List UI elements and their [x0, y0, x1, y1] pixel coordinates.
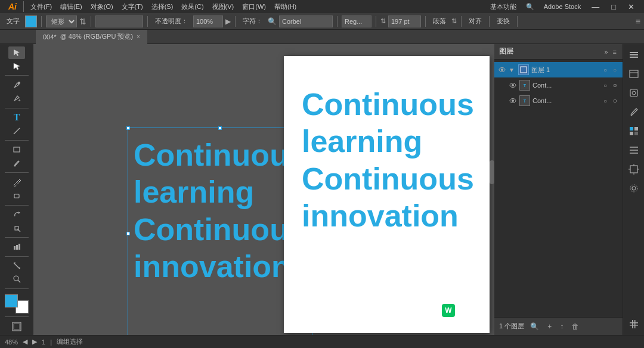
layer-row-main[interactable]: ▼ 图层 1 ○ ○ [494, 62, 623, 77]
minimize-btn[interactable]: — [587, 1, 604, 13]
gray-text-line3: Continuous [134, 211, 306, 248]
layer-expand-icon[interactable]: ▼ [509, 67, 516, 73]
add-anchor-tool[interactable]: + [8, 92, 25, 105]
menu-object[interactable]: 对象(O) [87, 1, 117, 13]
rectangle-tool[interactable] [8, 144, 25, 156]
font-size-up-icon[interactable]: ⇅ [380, 17, 386, 25]
layers-panel-icon[interactable] [626, 46, 642, 63]
paintbrush-tool[interactable] [8, 157, 25, 170]
workspace-selector[interactable]: 基本功能 [487, 1, 520, 13]
artboards-icon[interactable] [626, 161, 642, 178]
settings-icon[interactable] [626, 180, 642, 197]
direct-select-tool[interactable] [8, 60, 25, 73]
grid-icon[interactable] [626, 316, 642, 333]
swatches-icon[interactable] [626, 123, 642, 139]
svg-rect-41 [630, 166, 637, 173]
gray-text-line1: Continuous [134, 136, 306, 173]
handle-tm[interactable] [218, 126, 222, 130]
tab-close-btn[interactable]: × [137, 33, 140, 40]
sublayer1-more-btn[interactable]: ⊙ [611, 81, 619, 89]
layer-lock-btn[interactable]: ○ [611, 66, 619, 74]
fill-color[interactable] [25, 15, 37, 27]
menu-select[interactable]: 选择(S) [148, 1, 177, 13]
search-btn[interactable]: 🔍 [522, 2, 538, 12]
layers-delete-btn[interactable]: 🗑 [569, 321, 581, 332]
sublayer-row-2[interactable]: T Cont... ○ ⊙ [494, 93, 623, 108]
info-separator: | [50, 338, 52, 346]
menu-view[interactable]: 视图(V) [209, 1, 238, 13]
pen-tool[interactable] [8, 79, 25, 91]
menu-edit[interactable]: 编辑(E) [57, 1, 86, 13]
opacity-arrow[interactable]: ▶ [225, 17, 231, 26]
shape-adjust-icon[interactable]: ⇅ [79, 17, 86, 26]
svg-point-16 [14, 276, 18, 281]
close-btn[interactable]: ✕ [623, 1, 639, 13]
layers-move-up-btn[interactable]: ↑ [558, 321, 566, 332]
shape-select[interactable]: 矩形 [46, 15, 77, 27]
color-selector[interactable] [5, 294, 29, 314]
layers-add-btn[interactable]: + [545, 321, 554, 332]
properties-panel-icon[interactable] [626, 66, 642, 82]
wechat-icon: W [442, 304, 455, 317]
arrow-left[interactable]: ◀ [23, 338, 27, 346]
layers-search-btn[interactable]: 🔍 [528, 321, 541, 332]
sublayer2-eye-icon[interactable] [509, 97, 517, 105]
menu-file[interactable]: 文件(F) [27, 1, 55, 13]
eraser-tool[interactable] [8, 189, 25, 202]
svg-rect-27 [630, 52, 638, 53]
font-name-input[interactable] [279, 15, 333, 27]
zoom-tool[interactable] [8, 273, 25, 285]
document-tab[interactable]: 004* @ 48% (RGB/GPU 预览) × [36, 30, 147, 44]
svg-line-13 [14, 263, 20, 269]
arrow-right[interactable]: ▶ [32, 338, 37, 346]
symbols-icon[interactable] [626, 142, 642, 159]
paragraph-label: 段落 [430, 15, 449, 27]
maximize-btn[interactable]: □ [606, 1, 621, 13]
toolbar: 文字 矩形 ⇅ 不透明度： ▶ 字符： 🔍 ⇅ 段落 ⇅ 对齐 变换 ≡ [0, 13, 644, 30]
layer-visibility-btn[interactable]: ○ [601, 66, 609, 74]
foreground-color[interactable] [5, 294, 18, 307]
sublayer2-visibility-btn[interactable]: ○ [601, 97, 609, 105]
handle-ml[interactable] [126, 232, 130, 235]
sublayer2-more-btn[interactable]: ⊙ [611, 97, 619, 105]
type-tool[interactable]: T [8, 111, 25, 124]
rotate-tool[interactable] [8, 208, 25, 220]
sublayer1-visibility-btn[interactable]: ○ [601, 81, 609, 89]
pencil-tool[interactable] [8, 176, 25, 188]
svg-rect-29 [630, 57, 638, 58]
menu-type[interactable]: 文字(T) [118, 1, 147, 13]
app-logo: Ai [5, 1, 20, 13]
handle-tl[interactable] [126, 126, 130, 130]
libraries-icon[interactable] [626, 85, 642, 101]
svg-rect-35 [634, 127, 638, 130]
brush-icon[interactable] [626, 104, 642, 120]
font-size-input[interactable] [388, 15, 421, 27]
select-tool[interactable] [8, 46, 25, 59]
menu-window[interactable]: 窗口(W) [239, 1, 270, 13]
tab-info: @ 48% (RGB/GPU 预览) [60, 32, 133, 41]
layers-footer: 1 个图层 🔍 + ↑ 🗑 [494, 317, 623, 335]
adobe-stock-btn[interactable]: Adobe Stock [540, 2, 584, 11]
font-style-input[interactable] [342, 15, 371, 27]
menu-effect[interactable]: 效果(C) [178, 1, 207, 13]
scale-tool[interactable] [8, 222, 25, 234]
line-tool[interactable] [8, 125, 25, 137]
sublayer1-name: Cont... [532, 82, 599, 89]
paragraph-icon[interactable]: ⇅ [451, 17, 457, 25]
tool-text-label: 文字 [4, 15, 23, 27]
graph-tool[interactable] [8, 241, 25, 253]
sublayer-row-1[interactable]: T Cont... ○ ⊙ [494, 77, 623, 93]
svg-rect-36 [630, 132, 633, 135]
sublayer1-eye-icon[interactable] [509, 81, 517, 89]
watermark-text: 整点创作 [457, 305, 488, 316]
menu-help[interactable]: 帮助(H) [271, 1, 300, 13]
layers-expand-icon[interactable]: » [603, 47, 609, 57]
screen-mode-btn[interactable] [8, 320, 25, 333]
more-options-icon[interactable]: ≡ [636, 17, 640, 26]
svg-marker-7 [18, 212, 20, 214]
scroll-handle[interactable] [490, 160, 494, 184]
opacity-input[interactable] [193, 15, 223, 27]
layer-eye-icon[interactable] [498, 66, 506, 74]
layers-menu-icon[interactable]: ≡ [612, 47, 618, 57]
measure-tool[interactable] [8, 259, 25, 272]
